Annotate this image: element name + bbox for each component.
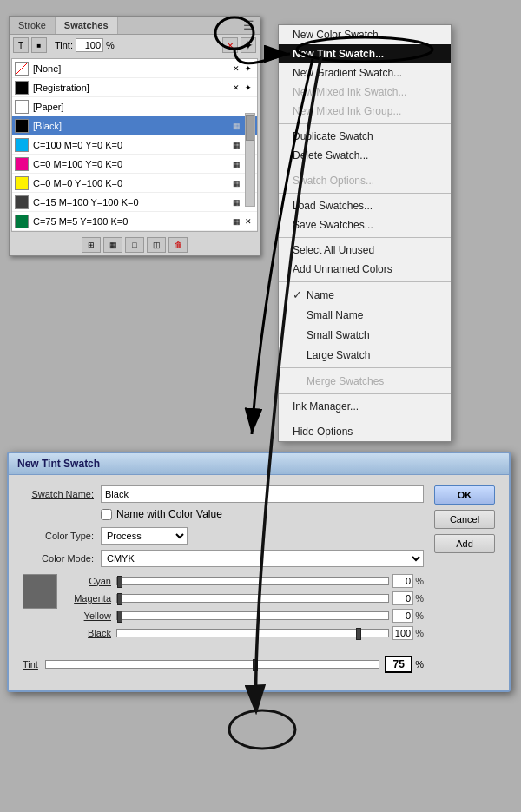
add-button[interactable]: Add bbox=[434, 534, 495, 553]
tint-value-box: 75 bbox=[385, 656, 412, 673]
tint-slider-thumb[interactable] bbox=[253, 659, 258, 671]
cyan-slider-thumb[interactable] bbox=[117, 576, 122, 588]
swatches-panel: Stroke Swatches ☰ T ■ Tint: % ✕ ✦ [None]… bbox=[9, 16, 260, 256]
yellow-value-input[interactable] bbox=[392, 609, 413, 623]
stroke-fill-icon[interactable]: T bbox=[13, 37, 29, 53]
magenta-value-input[interactable] bbox=[392, 591, 413, 605]
swatch-name: [Registration] bbox=[33, 83, 230, 93]
swatch-cyan[interactable]: C=100 M=0 Y=0 K=0 ▦ ✕ bbox=[12, 135, 257, 155]
menu-new-mixed-ink-group: New Mixed Ink Group... bbox=[279, 102, 451, 121]
black-slider-row: Black % bbox=[66, 626, 424, 640]
tab-swatches[interactable]: Swatches bbox=[56, 17, 118, 34]
swatch-color-black bbox=[15, 119, 29, 133]
menu-save-swatches[interactable]: Save Swatches... bbox=[279, 215, 451, 234]
yellow-pct: % bbox=[415, 611, 424, 621]
yellow-slider-thumb[interactable] bbox=[117, 611, 122, 623]
menu-name[interactable]: ✓ Name bbox=[279, 285, 451, 305]
black-pct: % bbox=[415, 628, 424, 638]
delete-icon[interactable]: ✕ bbox=[222, 37, 238, 53]
scrollbar[interactable] bbox=[245, 113, 255, 207]
ok-button[interactable]: OK bbox=[434, 485, 495, 505]
new-color-swatch-icon[interactable]: ⊞ bbox=[82, 237, 101, 253]
menu-ink-manager[interactable]: Ink Manager... bbox=[279, 397, 451, 416]
delete-swatch-icon[interactable]: 🗑 bbox=[168, 237, 188, 253]
panel-tab-bar: Stroke Swatches ☰ bbox=[10, 17, 260, 35]
yellow-slider-track[interactable] bbox=[116, 611, 389, 620]
name-color-value-label: Name with Color Value bbox=[116, 508, 222, 520]
swatch-name: C=75 M=5 Y=100 K=0 bbox=[33, 216, 230, 227]
tint-input[interactable] bbox=[76, 38, 103, 52]
swatch-list: [None] ✕ ✦ [Registration] ✕ ✦ [Paper] [B… bbox=[12, 59, 257, 231]
swatch-none[interactable]: [None] ✕ ✦ bbox=[12, 59, 257, 78]
swatch-name: [Black] bbox=[33, 121, 230, 131]
cyan-slider-track[interactable] bbox=[116, 577, 389, 585]
swatch-name: [Paper] bbox=[33, 102, 254, 112]
mixed-ink-icon[interactable]: ◫ bbox=[147, 237, 166, 253]
tint-label: Tint: bbox=[55, 40, 73, 50]
swatch-cmyk2[interactable]: C=75 M=5 Y=100 K=0 ▦ ✕ bbox=[12, 212, 257, 231]
cancel-button[interactable]: Cancel bbox=[434, 510, 495, 529]
black-value-input[interactable] bbox=[392, 626, 413, 640]
cyan-pct: % bbox=[415, 576, 424, 586]
menu-check-placeholder bbox=[293, 348, 305, 361]
scrollbar-thumb[interactable] bbox=[246, 115, 254, 141]
dialog-titlebar: New Tint Swatch bbox=[9, 453, 509, 475]
menu-new-gradient-swatch[interactable]: New Gradient Swatch... bbox=[279, 63, 451, 83]
swatch-paper[interactable]: [Paper] bbox=[12, 97, 257, 116]
menu-new-color-swatch[interactable]: New Color Swatch... bbox=[279, 25, 451, 44]
swatch-color-cyan bbox=[15, 138, 29, 152]
swatch-icon-cmyk: ▦ bbox=[230, 177, 242, 189]
swatch-name: [None] bbox=[33, 63, 230, 74]
tab-stroke[interactable]: Stroke bbox=[10, 17, 56, 34]
menu-small-swatch[interactable]: Small Swatch bbox=[279, 325, 451, 345]
tint-value: 75 bbox=[393, 658, 405, 670]
magenta-slider-row: Magenta % bbox=[66, 591, 424, 605]
menu-load-swatches[interactable]: Load Swatches... bbox=[279, 196, 451, 215]
tint-slider-track[interactable] bbox=[45, 660, 379, 669]
name-color-value-checkbox[interactable] bbox=[101, 509, 112, 520]
menu-new-mixed-ink-swatch: New Mixed Ink Swatch... bbox=[279, 83, 451, 102]
swatch-color-cmyk2 bbox=[15, 215, 29, 228]
menu-add-unnamed-colors[interactable]: Add Unnamed Colors bbox=[279, 260, 451, 279]
black-label: Black bbox=[66, 628, 116, 638]
fill-icon[interactable]: ■ bbox=[31, 37, 47, 53]
add-icon[interactable]: ✦ bbox=[241, 37, 256, 53]
menu-separator bbox=[279, 393, 451, 394]
menu-separator bbox=[279, 367, 451, 368]
magenta-slider-track[interactable] bbox=[116, 594, 389, 603]
menu-select-all-unused[interactable]: Select All Unused bbox=[279, 241, 451, 260]
swatch-magenta[interactable]: C=0 M=100 Y=0 K=0 ▦ ✕ bbox=[12, 155, 257, 174]
menu-small-name[interactable]: Small Name bbox=[279, 305, 451, 325]
menu-duplicate-swatch[interactable]: Duplicate Swatch bbox=[279, 127, 451, 146]
swatch-icon-delete: ✕ bbox=[230, 82, 242, 94]
cyan-value-input[interactable] bbox=[392, 574, 413, 588]
black-slider-thumb[interactable] bbox=[356, 628, 361, 640]
color-mode-row: Color Mode: CMYK RGB Lab bbox=[23, 550, 424, 567]
swatch-registration[interactable]: [Registration] ✕ ✦ bbox=[12, 78, 257, 97]
swatch-name-input[interactable] bbox=[101, 485, 424, 503]
context-menu: New Color Swatch... New Tint Swatch... N… bbox=[278, 24, 452, 442]
swatch-cmyk1[interactable]: C=15 M=100 Y=100 K=0 ▦ ✕ bbox=[12, 193, 257, 212]
dialog-buttons: OK Cancel Add bbox=[434, 485, 495, 677]
swatch-icon-type: ✦ bbox=[242, 63, 254, 75]
menu-delete-swatch[interactable]: Delete Swatch... bbox=[279, 146, 451, 165]
menu-large-swatch[interactable]: Large Swatch bbox=[279, 345, 451, 365]
menu-separator bbox=[279, 168, 451, 168]
menu-swatch-options: Swatch Options... bbox=[279, 171, 451, 190]
swatch-black[interactable]: [Black] ▦ ✕ bbox=[12, 116, 257, 135]
panel-menu-button[interactable]: ☰ bbox=[238, 17, 260, 34]
color-mode-select[interactable]: CMYK RGB Lab bbox=[101, 550, 424, 567]
color-type-select[interactable]: Process Spot bbox=[101, 527, 188, 545]
magenta-slider-thumb[interactable] bbox=[117, 593, 122, 605]
new-tint-icon[interactable]: □ bbox=[125, 237, 144, 253]
swatch-name-label: Swatch Name: bbox=[23, 489, 101, 499]
swatch-color-cmyk1 bbox=[15, 195, 29, 209]
color-preview-row: Cyan % Magenta % bbox=[23, 574, 424, 644]
swatch-yellow[interactable]: C=0 M=0 Y=100 K=0 ▦ ✕ bbox=[12, 174, 257, 193]
black-slider-track[interactable] bbox=[116, 629, 389, 637]
new-gradient-icon[interactable]: ▦ bbox=[103, 237, 122, 253]
swatch-name-row: Swatch Name: bbox=[23, 485, 424, 503]
menu-hide-options[interactable]: Hide Options bbox=[279, 422, 451, 441]
menu-new-tint-swatch[interactable]: New Tint Swatch... bbox=[279, 44, 451, 63]
tint-pct-label: % bbox=[415, 659, 424, 670]
